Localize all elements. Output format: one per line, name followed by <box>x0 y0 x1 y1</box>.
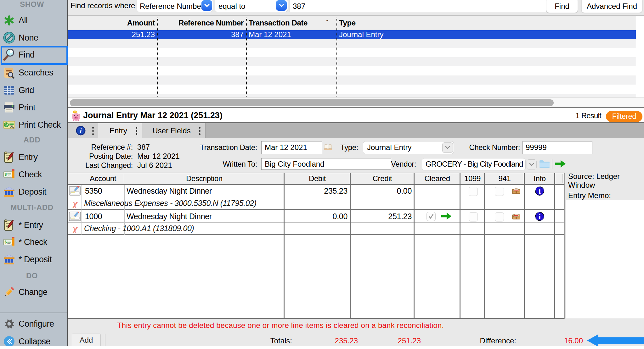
svg-text:i: i <box>539 213 541 221</box>
svg-text:i: i <box>80 127 82 135</box>
svg-text:$: $ <box>4 240 7 244</box>
svg-text:$: $ <box>5 122 8 127</box>
svg-text:i: i <box>539 187 541 195</box>
svg-text:$: $ <box>4 172 7 177</box>
